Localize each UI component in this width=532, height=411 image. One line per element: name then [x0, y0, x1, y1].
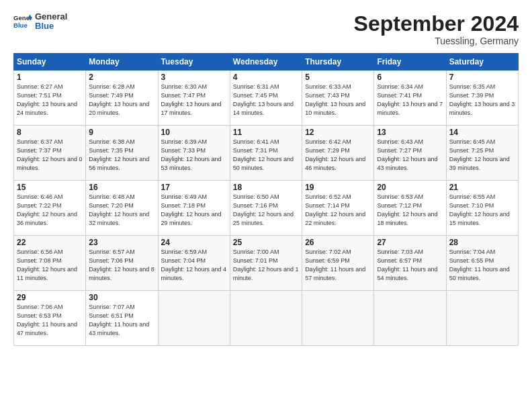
calendar-cell: 26Sunrise: 7:02 AMSunset: 6:59 PMDayligh…: [302, 236, 374, 291]
day-number: 19: [305, 183, 371, 192]
calendar-cell: [302, 291, 374, 346]
calendar-cell: [158, 291, 230, 346]
calendar-cell: 16Sunrise: 6:48 AMSunset: 7:20 PMDayligh…: [86, 181, 158, 236]
calendar-week-3: 15Sunrise: 6:46 AMSunset: 7:22 PMDayligh…: [14, 181, 519, 236]
calendar-cell: 1Sunrise: 6:27 AMSunset: 7:51 PMDaylight…: [14, 71, 86, 126]
calendar-cell: 6Sunrise: 6:34 AMSunset: 7:41 PMDaylight…: [374, 71, 446, 126]
day-number: 28: [449, 238, 515, 247]
day-number: 11: [233, 128, 299, 137]
day-info: Sunrise: 6:31 AMSunset: 7:45 PMDaylight:…: [233, 83, 299, 118]
day-info: Sunrise: 6:38 AMSunset: 7:35 PMDaylight:…: [89, 138, 154, 173]
day-info: Sunrise: 6:39 AMSunset: 7:33 PMDaylight:…: [161, 138, 227, 173]
day-number: 18: [233, 183, 299, 192]
col-tuesday: Tuesday: [158, 54, 230, 71]
day-number: 17: [161, 183, 227, 192]
day-info: Sunrise: 6:27 AMSunset: 7:51 PMDaylight:…: [17, 83, 83, 118]
day-number: 16: [89, 183, 154, 192]
calendar-cell: 8Sunrise: 6:37 AMSunset: 7:37 PMDaylight…: [14, 126, 86, 181]
day-number: 1: [17, 73, 83, 82]
logo: General Blue General Blue: [13, 12, 67, 32]
day-info: Sunrise: 6:37 AMSunset: 7:37 PMDaylight:…: [17, 138, 83, 173]
col-sunday: Sunday: [14, 54, 86, 71]
title-block: September 2024 Tuessling, Germany: [354, 12, 519, 46]
calendar-cell: 18Sunrise: 6:50 AMSunset: 7:16 PMDayligh…: [230, 181, 302, 236]
calendar-table: Sunday Monday Tuesday Wednesday Thursday…: [13, 53, 519, 346]
day-number: 12: [305, 128, 371, 137]
header-row: Sunday Monday Tuesday Wednesday Thursday…: [14, 54, 519, 71]
calendar-cell: 12Sunrise: 6:42 AMSunset: 7:29 PMDayligh…: [302, 126, 374, 181]
day-number: 9: [89, 128, 154, 137]
day-info: Sunrise: 6:30 AMSunset: 7:47 PMDaylight:…: [161, 83, 227, 118]
month-title: September 2024: [354, 12, 519, 36]
calendar-cell: 25Sunrise: 7:00 AMSunset: 7:01 PMDayligh…: [230, 236, 302, 291]
day-info: Sunrise: 6:57 AMSunset: 7:06 PMDaylight:…: [89, 248, 154, 283]
logo-general: General: [35, 12, 67, 21]
day-number: 27: [377, 238, 443, 247]
day-info: Sunrise: 7:00 AMSunset: 7:01 PMDaylight:…: [233, 248, 299, 283]
calendar-cell: 27Sunrise: 7:03 AMSunset: 6:57 PMDayligh…: [374, 236, 446, 291]
col-monday: Monday: [86, 54, 158, 71]
day-number: 3: [161, 73, 227, 82]
day-number: 2: [89, 73, 154, 82]
day-info: Sunrise: 6:46 AMSunset: 7:22 PMDaylight:…: [17, 193, 83, 228]
day-number: 7: [449, 73, 515, 82]
day-info: Sunrise: 6:59 AMSunset: 7:04 PMDaylight:…: [161, 248, 227, 283]
day-info: Sunrise: 6:34 AMSunset: 7:41 PMDaylight:…: [377, 83, 443, 118]
day-number: 22: [17, 238, 83, 247]
calendar-cell: 15Sunrise: 6:46 AMSunset: 7:22 PMDayligh…: [14, 181, 86, 236]
day-info: Sunrise: 6:35 AMSunset: 7:39 PMDaylight:…: [449, 83, 515, 118]
day-info: Sunrise: 6:41 AMSunset: 7:31 PMDaylight:…: [233, 138, 299, 173]
day-number: 20: [377, 183, 443, 192]
calendar-cell: 11Sunrise: 6:41 AMSunset: 7:31 PMDayligh…: [230, 126, 302, 181]
day-number: 23: [89, 238, 154, 247]
day-number: 15: [17, 183, 83, 192]
page: General Blue General Blue September 2024…: [0, 0, 532, 353]
col-thursday: Thursday: [302, 54, 374, 71]
calendar-cell: 17Sunrise: 6:49 AMSunset: 7:18 PMDayligh…: [158, 181, 230, 236]
calendar-cell: 28Sunrise: 7:04 AMSunset: 6:55 PMDayligh…: [446, 236, 518, 291]
day-info: Sunrise: 7:07 AMSunset: 6:51 PMDaylight:…: [89, 303, 154, 338]
day-number: 14: [449, 128, 515, 137]
day-info: Sunrise: 7:04 AMSunset: 6:55 PMDaylight:…: [449, 248, 515, 283]
day-info: Sunrise: 6:55 AMSunset: 7:10 PMDaylight:…: [449, 193, 515, 228]
calendar-week-5: 29Sunrise: 7:06 AMSunset: 6:53 PMDayligh…: [14, 291, 519, 346]
location: Tuessling, Germany: [354, 36, 519, 46]
calendar-cell: 14Sunrise: 6:45 AMSunset: 7:25 PMDayligh…: [446, 126, 518, 181]
day-number: 6: [377, 73, 443, 82]
calendar-cell: 19Sunrise: 6:52 AMSunset: 7:14 PMDayligh…: [302, 181, 374, 236]
col-saturday: Saturday: [446, 54, 518, 71]
col-wednesday: Wednesday: [230, 54, 302, 71]
calendar-cell: [230, 291, 302, 346]
calendar-cell: 2Sunrise: 6:28 AMSunset: 7:49 PMDaylight…: [86, 71, 158, 126]
day-info: Sunrise: 6:43 AMSunset: 7:27 PMDaylight:…: [377, 138, 443, 173]
calendar-week-4: 22Sunrise: 6:56 AMSunset: 7:08 PMDayligh…: [14, 236, 519, 291]
calendar-week-1: 1Sunrise: 6:27 AMSunset: 7:51 PMDaylight…: [14, 71, 519, 126]
day-info: Sunrise: 6:53 AMSunset: 7:12 PMDaylight:…: [377, 193, 443, 228]
calendar-cell: [374, 291, 446, 346]
calendar-cell: 13Sunrise: 6:43 AMSunset: 7:27 PMDayligh…: [374, 126, 446, 181]
day-info: Sunrise: 7:06 AMSunset: 6:53 PMDaylight:…: [17, 303, 83, 338]
col-friday: Friday: [374, 54, 446, 71]
day-number: 25: [233, 238, 299, 247]
calendar-cell: 10Sunrise: 6:39 AMSunset: 7:33 PMDayligh…: [158, 126, 230, 181]
day-number: 8: [17, 128, 83, 137]
calendar-cell: 24Sunrise: 6:59 AMSunset: 7:04 PMDayligh…: [158, 236, 230, 291]
svg-text:Blue: Blue: [13, 21, 28, 29]
calendar-cell: 4Sunrise: 6:31 AMSunset: 7:45 PMDaylight…: [230, 71, 302, 126]
logo-blue: Blue: [35, 21, 67, 31]
day-info: Sunrise: 6:49 AMSunset: 7:18 PMDaylight:…: [161, 193, 227, 228]
calendar-cell: 9Sunrise: 6:38 AMSunset: 7:35 PMDaylight…: [86, 126, 158, 181]
calendar-cell: [446, 291, 518, 346]
calendar-cell: 7Sunrise: 6:35 AMSunset: 7:39 PMDaylight…: [446, 71, 518, 126]
calendar-cell: 21Sunrise: 6:55 AMSunset: 7:10 PMDayligh…: [446, 181, 518, 236]
header: General Blue General Blue September 2024…: [13, 12, 519, 46]
day-number: 24: [161, 238, 227, 247]
calendar-cell: 22Sunrise: 6:56 AMSunset: 7:08 PMDayligh…: [14, 236, 86, 291]
day-number: 26: [305, 238, 371, 247]
day-info: Sunrise: 6:50 AMSunset: 7:16 PMDaylight:…: [233, 193, 299, 228]
day-number: 10: [161, 128, 227, 137]
day-info: Sunrise: 6:42 AMSunset: 7:29 PMDaylight:…: [305, 138, 371, 173]
calendar-cell: 20Sunrise: 6:53 AMSunset: 7:12 PMDayligh…: [374, 181, 446, 236]
day-info: Sunrise: 7:03 AMSunset: 6:57 PMDaylight:…: [377, 248, 443, 283]
day-info: Sunrise: 6:45 AMSunset: 7:25 PMDaylight:…: [449, 138, 515, 173]
